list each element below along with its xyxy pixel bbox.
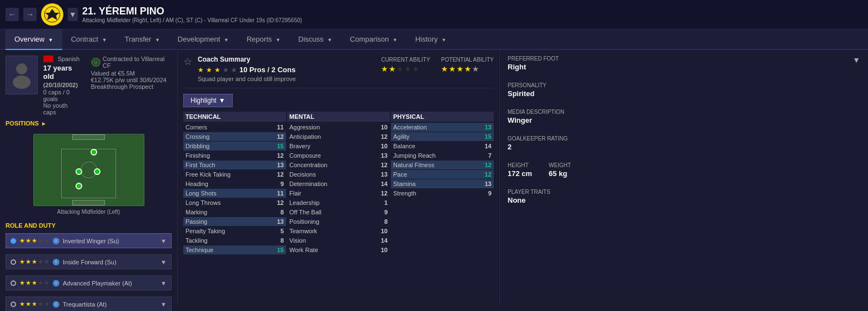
highlight-button[interactable]: Highlight ▼ — [183, 94, 233, 107]
stat-row: Passing13 — [183, 217, 286, 226]
left-panel: Spanish 17 years old (20/10/2002) 0 caps… — [0, 50, 178, 305]
physical-stats: Acceleration13Agility15Balance14Jumping … — [391, 123, 494, 198]
tab-overview[interactable]: Overview ▼ — [6, 29, 62, 50]
player-name-title: YÉREMI PINO — [99, 6, 164, 17]
media-desc-value: Winger — [508, 116, 860, 124]
radio-2 — [11, 259, 16, 265]
current-ability-block: CURRENT ABILITY ★★★★★ — [381, 56, 430, 73]
role-item-1[interactable]: ★★★★★ i Inverted Winger (Su) ▼ — [6, 233, 172, 248]
personality-section: PERSONALITY Spirited — [508, 82, 860, 98]
stat-row: Finishing12 — [183, 151, 286, 160]
expand-preferred-foot[interactable]: ▼ — [852, 56, 860, 64]
stat-row: Heading9 — [183, 179, 286, 188]
position-dot-4 — [76, 183, 82, 189]
tab-contract[interactable]: Contract ▼ — [62, 29, 116, 50]
stat-row: Corners11 — [183, 123, 286, 132]
weight-value: 65 kg — [549, 169, 571, 178]
role-item-3[interactable]: ★★★★★ i Advanced Playmaker (At) ▼ — [6, 275, 172, 290]
weight-section: Weight 65 kg — [549, 162, 571, 178]
stat-row: First Touch13 — [183, 160, 286, 169]
svg-text:V: V — [94, 59, 98, 66]
stat-row: Composure13 — [287, 151, 390, 160]
club-logo — [41, 3, 63, 26]
player-prospect: Breakthrough Prospect — [91, 83, 172, 90]
potential-ability-label: POTENTIAL ABILITY — [441, 57, 494, 63]
dropdown-button[interactable]: ▼ — [68, 8, 78, 21]
info-icon-4: i — [53, 301, 59, 308]
player-caps: 0 caps / 0 goals — [43, 89, 80, 102]
back-button[interactable]: ← — [6, 8, 19, 21]
personality-value: Spirited — [508, 89, 860, 98]
technical-header: TECHNICAL — [183, 112, 286, 122]
role-expand-2[interactable]: ▼ — [160, 259, 167, 265]
stat-row: Leadership1 — [287, 198, 390, 207]
physical-header: PHYSICAL — [391, 112, 494, 122]
tab-reports[interactable]: Reports ▼ — [238, 29, 289, 50]
gk-rating-label: GOALKEEPER RATING — [508, 136, 860, 142]
height-value: 172 cm — [508, 169, 532, 178]
position-dot-1 — [91, 149, 97, 156]
role-expand-4[interactable]: ▼ — [160, 301, 167, 308]
pitch — [33, 134, 144, 206]
preferred-foot-section: PREFERRED FOOT Right — [508, 56, 559, 71]
stat-row: Jumping Reach7 — [391, 151, 494, 160]
player-info-block: Spanish 17 years old (20/10/2002) 0 caps… — [6, 56, 172, 116]
contract-club: Contracted to Villarreal CF — [103, 56, 172, 69]
stat-row: Natural Fitness12 — [391, 160, 494, 169]
role-name-4: Trequartista (At) — [63, 301, 157, 308]
technical-col: TECHNICAL Corners11Crossing12Dribbling15… — [183, 112, 286, 255]
positions-header: POSITIONS ► — [6, 120, 172, 127]
stat-row: Long Throws12 — [183, 198, 286, 207]
stat-row: Free Kick Taking12 — [183, 170, 286, 179]
stat-row: Acceleration13 — [391, 123, 494, 132]
stat-row: Dribbling15 — [183, 142, 286, 151]
role-expand-3[interactable]: ▼ — [160, 280, 167, 287]
coach-title: Coach Summary — [198, 56, 296, 63]
gk-rating-value: 2 — [508, 143, 860, 151]
tab-discuss[interactable]: Discuss ▼ — [289, 29, 341, 50]
stat-row: Off The Ball9 — [287, 208, 390, 217]
stat-row: Concentration12 — [287, 160, 390, 169]
radio-4 — [11, 302, 16, 307]
stat-row: Determination14 — [287, 179, 390, 188]
player-youth: No youth caps — [43, 102, 80, 116]
role-expand-1[interactable]: ▼ — [160, 238, 167, 244]
technical-stats: Corners11Crossing12Dribbling15Finishing1… — [183, 123, 286, 254]
stat-row: Teamwork10 — [287, 227, 390, 235]
coach-rating: 10 Pros / 2 Cons — [239, 66, 295, 74]
role-stars-4: ★★★★★ — [19, 300, 49, 308]
tab-comparison[interactable]: Comparison ▼ — [341, 29, 407, 50]
tab-history[interactable]: History ▼ — [407, 29, 455, 50]
role-item-2[interactable]: ★★★★★ i Inside Forward (Su) ▼ — [6, 254, 172, 269]
height-section: Height 172 cm — [508, 162, 532, 178]
player-traits-label: PLAYER TRAITS — [508, 189, 860, 195]
potential-ability-stars: ★★★★★ — [441, 64, 494, 73]
stat-row: Long Shots11 — [183, 189, 286, 198]
role-item-4[interactable]: ★★★★★ i Trequartista (At) ▼ — [6, 297, 172, 311]
coach-star-icon: ☆ — [183, 56, 192, 68]
player-age: 17 years old (20/10/2002) — [43, 64, 80, 89]
media-desc-section: MEDIA DESCRIPTION Winger — [508, 109, 860, 124]
stat-row: Flair12 — [287, 189, 390, 198]
player-traits-section: PLAYER TRAITS None — [508, 189, 860, 204]
height-label: Height — [508, 162, 532, 168]
pitch-container: Attacking Midfielder (Left) — [6, 131, 172, 215]
role-name-3: Advanced Playmaker (At) — [63, 280, 157, 287]
gk-rating-section: GOALKEEPER RATING 2 — [508, 136, 860, 151]
role-stars-1: ★★★★★ — [19, 237, 49, 244]
radio-active — [11, 238, 16, 244]
stat-row: Penalty Taking5 — [183, 227, 286, 235]
svg-point-2 — [13, 76, 31, 89]
player-wage: €12.75K p/w until 30/6/2024 — [91, 77, 172, 83]
tab-transfer[interactable]: Transfer ▼ — [116, 29, 168, 50]
main-content: Spanish 17 years old (20/10/2002) 0 caps… — [0, 50, 868, 305]
nationality: Spanish — [58, 56, 80, 62]
positions-arrow: ► — [41, 121, 47, 127]
forward-button[interactable]: → — [23, 8, 37, 21]
player-traits-value: None — [508, 196, 860, 204]
radio-3 — [11, 280, 16, 286]
coach-summary-text: Coach Summary ★★★★★ 10 Pros / 2 Cons Squ… — [198, 56, 296, 82]
mental-header: MENTAL — [287, 112, 390, 122]
tab-development[interactable]: Development ▼ — [169, 29, 238, 50]
stat-row: Marking8 — [183, 208, 286, 217]
